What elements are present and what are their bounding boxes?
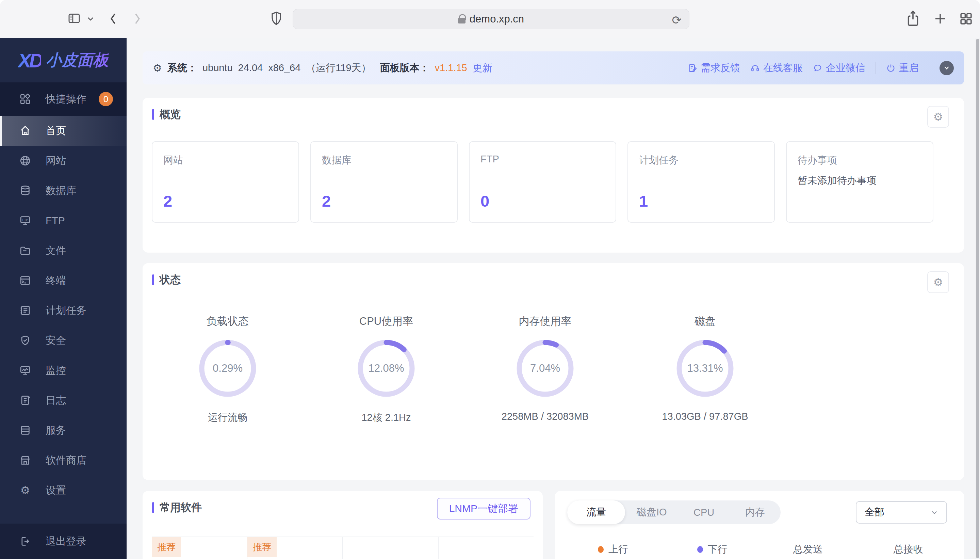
sidebar-item-app-store[interactable]: 软件商店 [0,445,127,475]
tab-memory[interactable]: 内存 [729,500,780,524]
database-icon [19,185,31,197]
sidebar-item-label: 软件商店 [46,453,86,467]
cpu-donut-chart: 12.08% [357,339,415,397]
overview-card-ftp[interactable]: FTP 0 [469,141,616,223]
sidebar-item-settings[interactable]: ⚙ 设置 [0,475,127,505]
sidebar-item-files[interactable]: 文件 [0,236,127,266]
terminal-icon [19,275,31,287]
feedback-link[interactable]: 需求反馈 [688,61,740,75]
restart-button[interactable]: 重启 [886,61,919,75]
software-cell[interactable] [343,537,439,559]
sidebar-item-label: 监控 [46,364,66,377]
software-cell[interactable] [439,537,534,559]
legend-total-sent: 总发送 [793,542,823,556]
title-bar-accent [152,275,154,285]
sidebar-item-label: 数据库 [46,184,76,198]
reload-icon[interactable]: ⟳ [672,13,682,27]
sidebar-item-database[interactable]: 数据库 [0,176,127,206]
tab-cpu[interactable]: CPU [678,500,729,524]
load-donut-chart: 0.29% [199,339,257,397]
support-link[interactable]: 在线客服 [750,61,803,75]
sidebar-item-services[interactable]: 服务 [0,415,127,445]
tab-disk-io[interactable]: 磁盘IO [625,500,678,524]
chevron-down-icon [943,65,950,71]
gear-icon: ⚙ [19,484,31,496]
overview-settings-button[interactable]: ⚙ [927,106,949,128]
upstream-dot [598,546,604,553]
lnmp-deploy-button[interactable]: LNMP一键部署 [437,498,531,519]
chevron-down-icon [931,507,938,518]
tab-traffic[interactable]: 流量 [567,500,625,524]
sidebar-item-label: 首页 [46,124,66,138]
gear-icon: ⚙ [934,277,943,288]
sidebar-item-security[interactable]: 安全 [0,326,127,356]
legend-downstream: 下行 [697,542,728,556]
chevron-down-icon[interactable] [86,16,95,23]
os-name: ubuntu [203,62,233,74]
sidebar-toggle-icon[interactable] [68,12,81,25]
forward-button[interactable] [131,11,143,26]
services-icon [19,424,31,437]
sidebar-item-label: 快捷操作 [46,92,86,106]
lock-icon [458,14,465,24]
home-icon [19,125,31,137]
overview-card-database[interactable]: 数据库 2 [310,141,458,223]
headset-icon [750,63,760,73]
collapse-toolbar-button[interactable] [939,61,954,75]
panel-version: v1.1.15 [435,62,467,74]
overview-card-cron[interactable]: 计划任务 1 [627,141,775,223]
logo-mark: XD [18,49,41,72]
wechat-work-link[interactable]: 企业微信 [813,61,865,75]
page-scrollbar[interactable] [975,38,980,559]
logout-button[interactable]: 退出登录 [0,524,127,559]
address-bar[interactable]: demo.xp.cn ⟳ [293,9,690,29]
quick-actions-icon [19,93,31,105]
overview-panel: 概览 ⚙ 网站 2 数据库 2 FTP 0 计划任务 1 [143,98,964,253]
share-icon[interactable] [905,9,921,28]
divider [876,62,876,74]
recommend-badge: 推荐 [247,537,277,557]
macos-browser-window: demo.xp.cn ⟳ XD 小皮面板 快捷操作 0 [0,0,980,559]
sidebar-item-monitor[interactable]: 监控 [0,356,127,385]
downstream-dot [697,546,703,553]
uptime: （运行119天） [306,61,371,75]
software-cell[interactable]: 推荐 [152,537,247,559]
sidebar-item-label: 计划任务 [46,304,86,318]
overview-card-todo[interactable]: 待办事项 暂未添加待办事项 [786,141,934,223]
update-link[interactable]: 更新 [473,61,492,75]
folder-icon [19,245,31,257]
back-button[interactable] [107,11,119,26]
os-arch: x86_64 [268,62,300,74]
privacy-shield-icon[interactable] [270,10,282,27]
gauge-cpu: CPU使用率 12.08% 12核 2.1Hz [315,314,458,425]
interface-filter-select[interactable]: 全部 [856,501,947,524]
memory-donut-chart: 7.04% [516,339,574,397]
panel-version-label: 面板版本： [380,61,429,75]
sidebar-item-terminal[interactable]: 终端 [0,266,127,296]
new-tab-icon[interactable] [933,12,947,26]
sidebar-item-label: 文件 [46,244,66,258]
software-cell[interactable]: 推荐 [247,537,343,559]
title-bar-accent [152,502,154,513]
todo-empty-text: 暂未添加待办事项 [798,174,876,188]
url-text: demo.xp.cn [470,13,524,25]
status-settings-button[interactable]: ⚙ [927,271,949,293]
system-info-bar: ⚙ 系统： ubuntu 24.04 x86_64 （运行119天） 面板版本：… [143,51,964,84]
logout-label: 退出登录 [46,534,86,549]
monitor-chart-icon [19,364,31,377]
divider [929,62,929,74]
chat-bubble-icon [813,63,822,73]
sidebar-item-quick-actions[interactable]: 快捷操作 0 [0,83,127,116]
sidebar-item-home[interactable]: 首页 [0,116,127,146]
sidebar-item-website[interactable]: 网站 [0,146,127,176]
sidebar-item-cron[interactable]: 计划任务 [0,296,127,326]
tab-overview-icon[interactable] [959,12,973,26]
metrics-tabbar: 流量 磁盘IO CPU 内存 [567,500,780,524]
recommend-badge: 推荐 [152,537,181,557]
sidebar-item-ftp[interactable]: FTP FTP [0,206,127,236]
overview-card-website[interactable]: 网站 2 [152,141,299,223]
ftp-icon: FTP [19,215,31,227]
sidebar-item-logs[interactable]: 日志 [0,385,127,415]
task-list-icon [19,304,31,317]
scrollbar-thumb[interactable] [976,39,979,558]
